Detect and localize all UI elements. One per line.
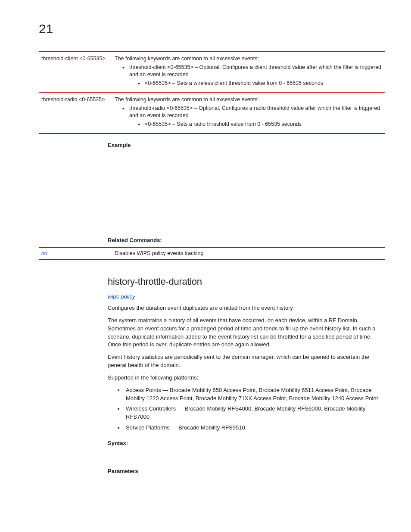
- bullet-text: threshold-client <0-65535> – Optional. C…: [129, 64, 381, 78]
- body-paragraph: Supported in the following platforms:: [108, 374, 385, 382]
- param-intro: The following keywords are common to all…: [115, 56, 259, 62]
- parameter-table: threshold-client <0-65535> The following…: [39, 52, 385, 134]
- param-intro: The following keywords are common to all…: [115, 96, 259, 103]
- list-item: Access Points — Brocade Mobility 650 Acc…: [124, 386, 385, 403]
- param-name-cell: threshold-radio <0-65535>: [39, 93, 112, 134]
- table-row: no Disables WIPS policy events tracking: [39, 247, 385, 259]
- param-desc-cell: The following keywords are common to all…: [112, 52, 385, 93]
- syntax-heading: Syntax:: [108, 440, 385, 446]
- example-placeholder: [108, 152, 385, 229]
- example-heading: Example: [108, 142, 385, 148]
- list-item: Wireless Controllers — Brocade Mobility …: [124, 405, 385, 421]
- param-name-cell: threshold-client <0-65535>: [39, 52, 112, 93]
- related-commands-heading: Related Commands:: [108, 237, 385, 243]
- wips-policy-link[interactable]: wips-policy: [108, 293, 385, 300]
- body-paragraph: Event history statistics are periodicall…: [108, 353, 385, 370]
- table-row: threshold-client <0-65535> The following…: [39, 52, 385, 93]
- list-item: <0-65535> – Sets a radio threshold value…: [138, 121, 383, 128]
- section-title: history-throttle-duration: [108, 276, 385, 287]
- list-item: threshold-client <0-65535> – Optional. C…: [122, 64, 383, 87]
- body-paragraph: Configures the duration event duplicates…: [108, 304, 385, 312]
- related-commands-table: no Disables WIPS policy events tracking: [39, 247, 385, 260]
- related-desc-cell: Disables WIPS policy events tracking: [112, 247, 385, 259]
- parameters-heading: Parameters: [108, 468, 385, 474]
- platform-list: Access Points — Brocade Mobility 650 Acc…: [124, 386, 385, 432]
- bullet-text: threshold-radio <0-65535> – Optional. Co…: [129, 105, 380, 119]
- related-cmd-cell[interactable]: no: [39, 247, 112, 259]
- list-item: Service Platforms — Brocade Mobility RFS…: [124, 424, 385, 432]
- chapter-number: 21: [39, 22, 385, 36]
- list-item: <0-65535> – Sets a wireless client thres…: [138, 80, 383, 87]
- syntax-placeholder: [108, 450, 385, 460]
- param-desc-cell: The following keywords are common to all…: [112, 93, 385, 134]
- body-paragraph: The system maintains a history of all ev…: [108, 317, 385, 349]
- list-item: threshold-radio <0-65535> – Optional. Co…: [122, 105, 383, 128]
- table-row: threshold-radio <0-65535> The following …: [39, 93, 385, 134]
